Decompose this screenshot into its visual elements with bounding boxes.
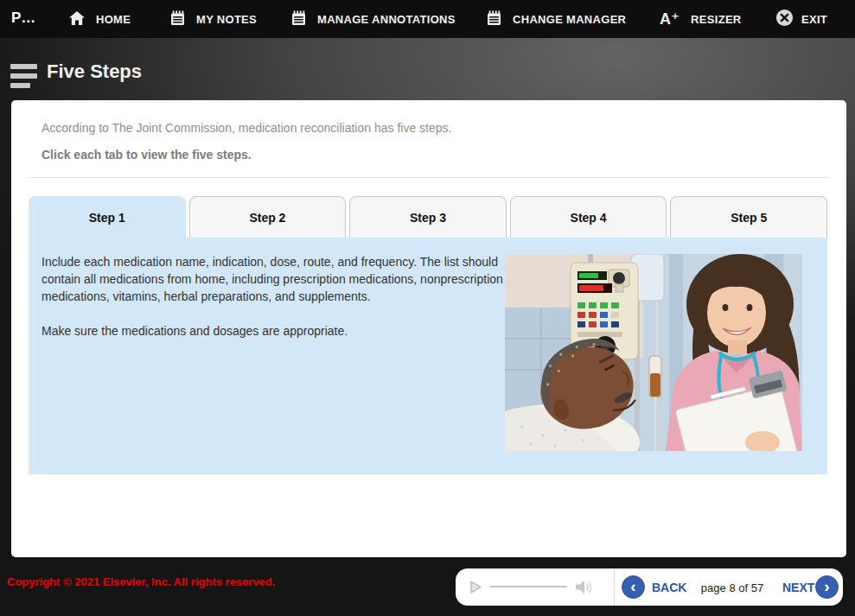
menu-icon[interactable] bbox=[10, 64, 38, 88]
next-button[interactable]: › bbox=[815, 575, 839, 599]
menu-bar bbox=[10, 64, 37, 69]
nav-item-my-notes[interactable]: MY NOTES bbox=[170, 0, 257, 38]
nav-item-home[interactable]: HOME bbox=[69, 0, 131, 38]
panel-text: Include each medication name, indication… bbox=[41, 253, 510, 340]
instruction-text: Click each tab to view the five steps. bbox=[41, 148, 252, 162]
back-button[interactable]: ‹ bbox=[622, 575, 645, 599]
nav-label: HOME bbox=[96, 13, 131, 26]
copyright-text: Copyright © 2021 Elsevier, Inc. All righ… bbox=[7, 575, 275, 588]
page-indicator: page 8 of 57 bbox=[696, 581, 769, 594]
intro-text: According to The Joint Commission, medic… bbox=[41, 121, 451, 135]
tab-step-2[interactable]: Step 2 bbox=[189, 196, 347, 238]
nav-item-change-manager[interactable]: CHANGE MANAGER bbox=[487, 0, 626, 38]
notepad-icon bbox=[487, 10, 501, 29]
menu-bar bbox=[10, 83, 30, 88]
menu-bar bbox=[10, 73, 37, 79]
notepad-icon bbox=[170, 10, 185, 29]
panel-paragraph-2: Make sure the medications and dosages ar… bbox=[41, 322, 510, 340]
nav-label: CHANGE MANAGER bbox=[513, 13, 626, 26]
nav-item-resizer[interactable]: A⁺ RESIZER bbox=[660, 0, 742, 38]
panel-paragraph-1: Include each medication name, indication… bbox=[41, 253, 510, 305]
lesson-page: P… HOME MY NOTES MANAGE ANNOTATIONS CHAN… bbox=[0, 0, 855, 616]
nav-item-manage-annotations[interactable]: MANAGE ANNOTATIONS bbox=[291, 0, 456, 38]
nav-item-exit[interactable]: EXIT bbox=[775, 0, 827, 38]
play-icon[interactable] bbox=[469, 580, 482, 598]
tab-step-1[interactable]: Step 1 bbox=[29, 196, 186, 238]
notepad-icon bbox=[291, 10, 306, 29]
tab-step-4[interactable]: Step 4 bbox=[510, 196, 667, 238]
audio-and-pager-bar: ‹ BACK page 8 of 57 NEXT › bbox=[456, 568, 843, 606]
nav-label: EXIT bbox=[801, 13, 827, 26]
tab-panel-step-1: Include each medication name, indication… bbox=[29, 238, 827, 474]
nurse-patient-photo bbox=[505, 254, 802, 451]
pager-divider bbox=[614, 568, 615, 606]
audio-progress-slider[interactable] bbox=[489, 586, 567, 587]
back-button-label[interactable]: BACK bbox=[652, 581, 686, 594]
course-title-truncated: P… bbox=[11, 10, 35, 27]
page-title: Five Steps bbox=[47, 60, 142, 83]
nav-label: RESIZER bbox=[691, 13, 741, 26]
divider-line bbox=[29, 177, 829, 178]
content-card: According to The Joint Commission, medic… bbox=[11, 100, 846, 557]
text-resize-icon: A⁺ bbox=[660, 11, 680, 27]
top-navigation-bar: P… HOME MY NOTES MANAGE ANNOTATIONS CHAN… bbox=[0, 0, 855, 38]
exit-icon bbox=[775, 9, 794, 29]
home-icon bbox=[69, 11, 85, 28]
nav-label: MANAGE ANNOTATIONS bbox=[317, 13, 456, 26]
nav-label: MY NOTES bbox=[196, 13, 257, 26]
tab-step-5[interactable]: Step 5 bbox=[670, 196, 827, 238]
volume-icon[interactable] bbox=[575, 579, 595, 599]
tab-step-3[interactable]: Step 3 bbox=[349, 196, 507, 238]
step-tabs: Step 1 Step 2 Step 3 Step 4 Step 5 bbox=[29, 196, 827, 238]
next-button-label[interactable]: NEXT bbox=[782, 581, 814, 594]
